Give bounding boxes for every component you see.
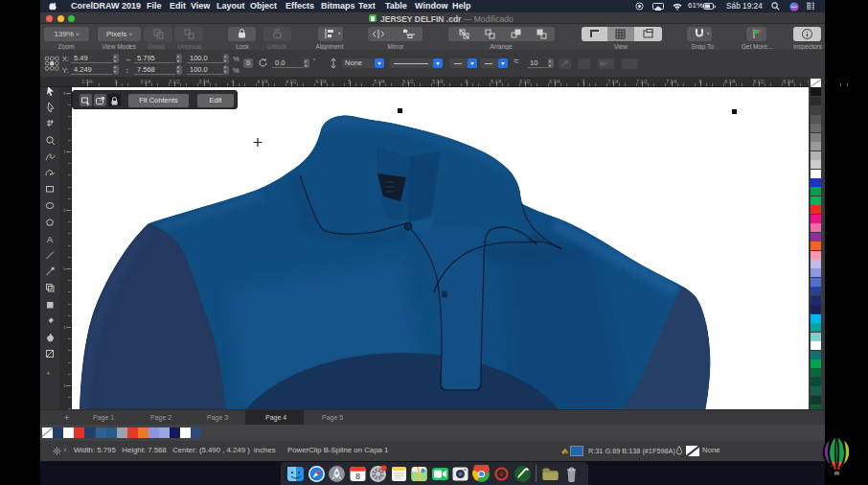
- svg-text:A: A: [47, 235, 53, 244]
- svg-text:8: 8: [354, 471, 359, 480]
